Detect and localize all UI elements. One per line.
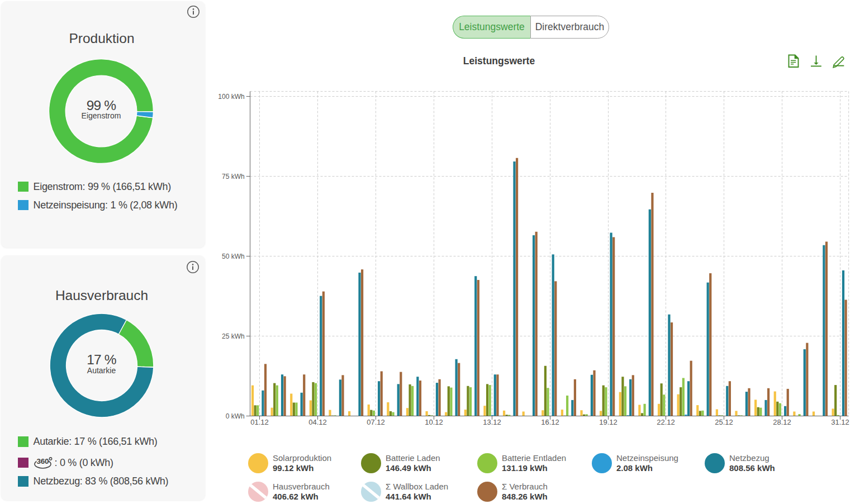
svg-text:25 kWh: 25 kWh	[222, 332, 245, 340]
svg-text:25.12: 25.12	[715, 418, 733, 426]
svg-text:0 kWh: 0 kWh	[226, 412, 245, 420]
svg-text:19.12: 19.12	[599, 418, 618, 426]
svg-text:16.12: 16.12	[541, 418, 559, 426]
svg-text:100 kWh: 100 kWh	[218, 93, 244, 101]
svg-text:75 kWh: 75 kWh	[222, 173, 245, 180]
svg-text:01.12: 01.12	[250, 418, 269, 426]
svg-text:10.12: 10.12	[425, 418, 443, 426]
svg-text:28.12: 28.12	[773, 418, 791, 426]
svg-text:31.12: 31.12	[831, 418, 849, 426]
svg-text:50 kWh: 50 kWh	[222, 253, 245, 260]
svg-text:07.12: 07.12	[367, 418, 385, 426]
svg-text:22.12: 22.12	[657, 418, 675, 426]
svg-text:04.12: 04.12	[308, 418, 327, 426]
svg-text:13.12: 13.12	[483, 418, 501, 426]
